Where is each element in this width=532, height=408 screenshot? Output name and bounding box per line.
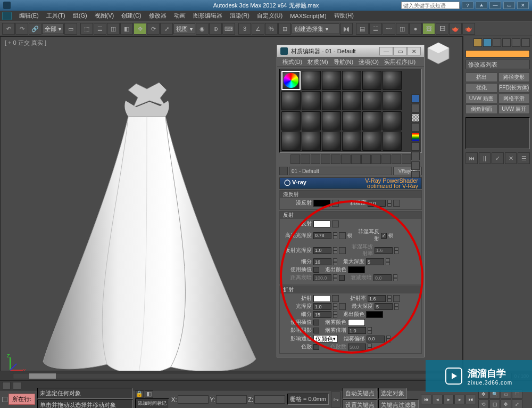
manip-icon[interactable]: ⊕ [209,23,222,35]
show-map-icon[interactable] [371,154,381,164]
lock-selection-icon[interactable]: 🔒 [135,390,144,398]
shadow-checkbox[interactable] [313,328,319,333]
menu-view[interactable]: 视图(V) [92,11,118,21]
snap-icon[interactable]: 3 [238,23,251,35]
minimize-button[interactable]: — [489,2,501,9]
track-key-icon[interactable] [13,382,21,389]
select-object-icon[interactable]: ⬚ [80,23,93,35]
fresnel-checkbox[interactable]: ✓ [381,233,387,239]
maximize-button[interactable]: ▭ [503,2,515,9]
menu-tools[interactable]: 工具(T) [43,11,69,21]
ior-spinner[interactable]: 1.6 [368,295,386,302]
keyboard-icon[interactable]: ⌨ [222,23,235,35]
curve-editor-icon[interactable]: 〰 [383,23,395,35]
percent-snap-icon[interactable]: % [265,23,278,35]
mat-maximize-button[interactable]: ▭ [393,47,407,55]
hilight-spinner[interactable]: 0.78 [313,232,331,239]
refr-exit-swatch[interactable] [366,311,383,318]
material-slot[interactable] [362,111,381,130]
redo-icon[interactable]: ↷ [15,23,28,35]
selection-filter-dropdown[interactable]: 全部▾ [42,23,64,34]
roughness-map-button[interactable] [393,200,400,207]
diffuse-swatch[interactable] [313,200,330,207]
material-editor-titlebar[interactable]: 材质编辑器 - 01 - Default — ▭ ✕ [277,45,424,57]
play-icon[interactable]: ▸ [443,395,454,404]
select-icon[interactable]: ▭ [64,23,77,35]
fog-swatch[interactable] [348,319,365,326]
modifier-bevel[interactable]: 倒角剖面 [466,104,497,114]
hilight-lock-button[interactable] [339,232,346,239]
fog-bias-spinner[interactable]: 0.0 [367,336,385,342]
modifier-unwrap[interactable]: UVW 展开 [498,104,530,114]
time-tag-button[interactable]: 添加时间标记 [135,398,169,409]
menu-animation[interactable]: 动画 [171,11,189,21]
track-toggle-icon[interactable] [2,382,11,389]
assign-icon[interactable] [311,154,320,164]
fresnel-ior-spinner[interactable]: 1.6 [375,247,393,254]
isolate-icon[interactable]: ◧ [145,390,153,398]
uv-tile-icon[interactable] [411,123,420,132]
help-search-input[interactable] [401,2,460,9]
mat-menu-options[interactable]: 选项(O) [356,58,381,65]
nav-dolly-icon[interactable]: ⤢ [512,399,522,408]
reset-icon[interactable] [321,154,330,164]
material-slot[interactable] [322,71,341,90]
backlight-icon[interactable] [411,104,420,112]
put-scene-icon[interactable] [301,154,310,164]
named-selection-dropdown[interactable]: 创建选择集▾ [292,23,339,34]
dim-falloff-spinner[interactable]: 0.0 [373,274,392,281]
menu-customize[interactable]: 自定义(U) [254,11,286,21]
material-slot[interactable] [281,91,301,110]
configure-icon[interactable]: ☰ [518,152,530,164]
material-slot[interactable] [362,132,381,151]
refr-subdiv-spinner[interactable]: 15 [313,311,331,318]
material-slot[interactable] [342,111,361,130]
refr-maxdepth-spinner[interactable]: 5 [375,303,393,310]
display-tab-icon[interactable] [512,38,520,47]
set-key-icon[interactable]: 🗝 [331,391,340,407]
material-slot[interactable] [342,91,361,110]
create-tab-icon[interactable] [473,38,482,47]
nav-max-icon[interactable]: ◫ [489,399,500,408]
video-check-icon[interactable] [411,133,420,141]
refr-interp-checkbox[interactable] [313,320,319,325]
material-editor-icon[interactable]: ● [409,23,422,35]
go-sibling-icon[interactable] [402,154,411,164]
preview-icon[interactable] [411,142,420,151]
material-slot[interactable] [322,132,341,151]
mat-menu-mode[interactable]: 模式(D) [280,58,304,65]
reflect-swatch[interactable] [313,221,330,227]
quick-render-icon[interactable]: 🫖 [449,23,462,35]
make-unique-icon[interactable] [341,154,351,164]
object-name-field[interactable] [466,50,530,58]
select-name-icon[interactable]: ☰ [94,23,106,35]
goto-end-icon[interactable]: ⏭ [466,395,476,404]
eyedropper-icon[interactable] [279,167,288,175]
pin-stack-icon[interactable]: ⏮ [466,152,478,164]
modifier-pathdeform[interactable]: 路径变形 [498,72,530,82]
material-name-input[interactable] [289,167,392,175]
abbe-spinner[interactable]: 50.0 [348,344,366,350]
menu-maxscript[interactable]: MAXScript(M) [287,12,329,20]
layers-icon[interactable]: ☱ [369,23,382,35]
refraction-rollout-head[interactable]: 折射 [280,286,421,293]
go-parent-icon[interactable] [392,154,401,164]
modifier-extrude[interactable]: 挤出 [466,72,497,82]
viewport-label[interactable]: [ + 0 正交 真实 ] [5,39,46,47]
select-region-icon[interactable]: ◫ [107,23,120,35]
modifier-uvwmap[interactable]: UVW 贴图 [466,94,497,103]
modifier-stack[interactable] [466,117,530,149]
menu-help[interactable]: 帮助(H) [331,11,357,21]
material-slot[interactable] [342,71,361,90]
timeline-icon[interactable] [2,372,11,380]
undo-icon[interactable]: ↶ [2,23,15,35]
material-slot[interactable] [383,71,402,90]
make-copy-icon[interactable] [331,154,340,164]
spinner-snap-icon[interactable]: ⊞ [278,23,291,35]
utilities-tab-icon[interactable] [521,38,530,47]
affect-combo[interactable]: 仅颜色▾ [313,335,338,342]
material-slot[interactable] [362,71,381,90]
refl-maxdepth-spinner[interactable]: 5 [366,258,384,265]
material-slot[interactable] [281,111,301,130]
show-end-icon[interactable] [381,154,391,164]
